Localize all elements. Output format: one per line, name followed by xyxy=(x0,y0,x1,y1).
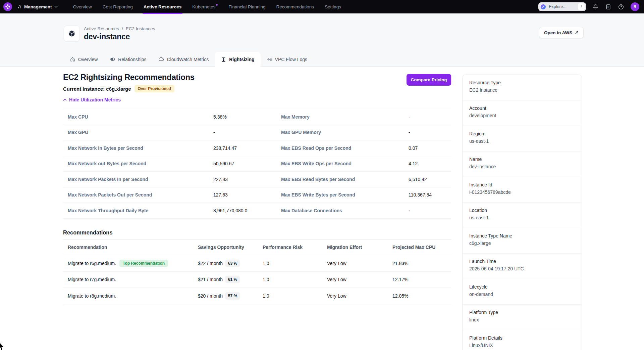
hide-utilization-metrics-label: Hide Utilization Metrics xyxy=(69,97,121,102)
nav-item-recommendations[interactable]: Recommendations xyxy=(276,0,314,13)
detail-value: development xyxy=(469,113,575,118)
detail-label: Launch Time xyxy=(469,259,575,264)
home-icon xyxy=(70,56,75,62)
metric-row: Max Network out Bytes per Second 50,590.… xyxy=(63,156,451,172)
detail-label: Lifecycle xyxy=(469,284,575,290)
tab-rightsizing[interactable]: Rightsizing xyxy=(215,52,260,67)
detail-row: Resource Type EC2 Instance xyxy=(463,75,582,100)
nav-item-overview[interactable]: Overview xyxy=(73,0,92,13)
metric-label: Max Network in Bytes per Second xyxy=(68,145,213,151)
migration-effort: Very Low xyxy=(327,293,392,299)
tab-overview-label: Overview xyxy=(78,57,98,62)
performance-risk: 1.0 xyxy=(263,293,327,299)
changelog-button[interactable] xyxy=(605,4,611,10)
detail-row: Launch Time 2025-06-04 19:17:20 UTC xyxy=(463,254,582,279)
tab-vpc-flow-logs[interactable]: VPC Flow Logs xyxy=(261,52,313,67)
metric-row: Max CPU 5.38% Max Memory - xyxy=(63,109,451,125)
tab-rightsizing-label: Rightsizing xyxy=(229,57,254,62)
resource-header: Active Resources / EC2 Instances dev-ins… xyxy=(0,13,644,67)
hide-utilization-metrics-toggle[interactable]: Hide Utilization Metrics xyxy=(63,97,121,102)
savings-amount: $22 / month xyxy=(198,261,223,266)
slash-shortcut-key: / xyxy=(578,3,585,10)
metric-value: - xyxy=(409,114,451,120)
utilization-metrics-table: Max CPU 5.38% Max Memory - Max GPU - Max… xyxy=(63,109,451,219)
metric-value: 238,714.47 xyxy=(213,145,281,151)
external-link-icon: ↗ xyxy=(575,30,579,35)
detail-label: Platform Type xyxy=(469,310,575,315)
table-row: Migrate to r6g.medium. Top Recommendatio… xyxy=(63,255,451,272)
page-title: dev-instance xyxy=(84,32,130,41)
detail-value: on-demand xyxy=(469,292,575,297)
detail-label: Resource Type xyxy=(469,80,575,85)
breadcrumb-ec2-instances[interactable]: EC2 Instances xyxy=(126,26,155,31)
metric-value: 4.12 xyxy=(409,161,451,166)
metric-value: 227.83 xyxy=(213,177,281,182)
user-avatar[interactable]: R xyxy=(631,2,639,11)
metric-value: 110,367.84 xyxy=(409,192,451,198)
detail-value: c6g.xlarge xyxy=(469,240,575,246)
chevron-up-icon xyxy=(63,98,67,101)
detail-row: Platform Details Linux/UNIX xyxy=(463,330,582,350)
detail-row: Platform Type linux xyxy=(463,305,582,330)
detail-label: Instance Type Name xyxy=(469,233,575,238)
workspace-switcher[interactable]: Management xyxy=(17,4,58,9)
open-in-aws-button[interactable]: Open in AWS ↗ xyxy=(539,27,584,38)
detail-value: EC2 Instance xyxy=(469,87,575,93)
top-navigation-bar: Management Overview Cost Reporting Activ… xyxy=(0,0,644,13)
detail-row: Region us-east-1 xyxy=(463,126,582,151)
explore-search[interactable]: Explore... / xyxy=(538,2,586,11)
detail-label: Region xyxy=(469,131,575,136)
detail-row: Account development xyxy=(463,100,582,126)
nav-item-settings[interactable]: Settings xyxy=(325,0,341,13)
metric-label: Max Network Packets In per Second xyxy=(68,177,213,182)
metric-value: - xyxy=(409,208,451,213)
chevron-down-icon xyxy=(54,6,58,8)
vantage-logo[interactable] xyxy=(3,2,12,11)
current-instance-line: Current Instance: c6g.xlarge Over Provis… xyxy=(63,85,174,92)
detail-value: Linux/UNIX xyxy=(469,343,575,348)
document-icon xyxy=(605,4,611,10)
tab-cloudwatch-metrics-label: CloudWatch Metrics xyxy=(167,57,209,62)
savings-amount: $20 / month xyxy=(198,293,223,299)
tab-cloudwatch-metrics[interactable]: CloudWatch Metrics xyxy=(152,52,215,67)
metric-value: 8,961,770,080.0 xyxy=(213,208,281,213)
column-header-performance-risk: Performance Risk xyxy=(263,245,327,250)
metric-value: 127.63 xyxy=(213,192,281,198)
metric-label: Max EBS Read Bytes per Second xyxy=(281,177,409,182)
table-row: Migrate to r8g.medium. $20 / month 57 % … xyxy=(63,288,451,304)
column-header-migration-effort: Migration Effort xyxy=(327,245,392,250)
recommendations-heading: Recommendations xyxy=(63,229,113,236)
recommendation-name: Migrate to r8g.medium. xyxy=(68,293,116,299)
recommendation-name: Migrate to r6g.medium. xyxy=(68,261,116,266)
breadcrumb-active-resources[interactable]: Active Resources xyxy=(84,26,119,31)
nav-item-financial-planning[interactable]: Financial Planning xyxy=(228,0,265,13)
savings-amount: $21 / month xyxy=(198,277,223,282)
compare-pricing-button[interactable]: Compare Pricing xyxy=(407,74,451,86)
detail-row: Name dev-instance xyxy=(463,151,582,177)
tab-relationships[interactable]: Relationships xyxy=(104,52,152,67)
notifications-button[interactable] xyxy=(592,4,599,10)
nav-item-cost-reporting[interactable]: Cost Reporting xyxy=(103,0,133,13)
projected-max-cpu: 21.83% xyxy=(392,261,451,266)
flow-logs-icon xyxy=(267,56,272,62)
detail-row: Instance Type Name c6g.xlarge xyxy=(463,228,582,254)
tab-overview[interactable]: Overview xyxy=(64,52,104,67)
top-recommendation-badge: Top Recommendation xyxy=(119,260,168,267)
bell-icon xyxy=(592,4,599,10)
tab-bar: Overview Relationships CloudWatch Metric… xyxy=(64,52,313,67)
column-header-savings-opportunity: Savings Opportunity xyxy=(198,245,263,250)
over-provisioned-badge: Over Provisioned xyxy=(135,85,174,92)
savings-percent-badge: 63 % xyxy=(225,260,240,267)
nav-item-kubernetes[interactable]: Kubernetes xyxy=(192,0,218,13)
rightsizing-heading: EC2 Rightsizing Recommendations xyxy=(63,73,195,82)
cloud-icon xyxy=(158,56,164,62)
nav-item-active-resources[interactable]: Active Resources xyxy=(144,0,181,13)
help-button[interactable] xyxy=(618,4,624,10)
performance-risk: 1.0 xyxy=(263,277,327,282)
detail-label: Platform Details xyxy=(469,335,575,341)
rightsizing-icon xyxy=(221,57,226,62)
recommendations-header-row: Recommendation Savings Opportunity Perfo… xyxy=(63,239,451,255)
metric-label: Max CPU xyxy=(68,114,213,120)
metric-label: Max EBS Read Ops per Second xyxy=(281,145,409,151)
metric-row: Max Network in Bytes per Second 238,714.… xyxy=(63,140,451,156)
